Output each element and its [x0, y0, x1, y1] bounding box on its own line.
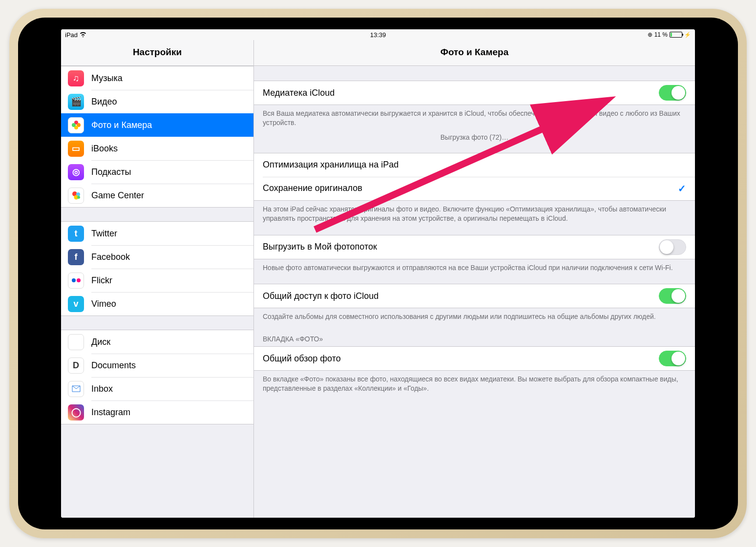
sidebar-item-label: Диск [91, 337, 110, 347]
sidebar-title: Настройки [61, 40, 253, 66]
sidebar-item-twitter[interactable]: t Twitter [61, 222, 253, 245]
charging-icon: ⚡ [684, 32, 691, 38]
sidebar-scroll[interactable]: ♫ Музыка 🎬 Видео Фото [61, 66, 253, 518]
summary-footer: Во вкладке «Фото» показаны все фото, нах… [254, 371, 695, 396]
sidebar-item-inbox[interactable]: Inbox [61, 377, 253, 400]
sidebar-group-social: t Twitter f Facebook Fl [61, 221, 253, 316]
detail-scroll[interactable]: Медиатека iCloud Вся Ваша медиатека авто… [254, 66, 695, 518]
sidebar-item-label: Inbox [91, 384, 113, 394]
sidebar-item-label: Flickr [91, 275, 112, 286]
sidebar-item-label: Documents [91, 360, 136, 371]
video-icon: 🎬 [68, 94, 84, 110]
sidebar-item-video[interactable]: 🎬 Видео [61, 90, 253, 113]
row-label: Общий обзор фото [263, 354, 659, 364]
vimeo-icon: v [68, 296, 84, 312]
photostream-row[interactable]: Выгрузить в Мой фотопоток [254, 235, 695, 259]
flickr-icon [68, 273, 84, 289]
sidebar-group-apps: ☁ Диск D Documents Inbo [61, 330, 253, 424]
photostream-group: Выгрузить в Мой фотопоток [254, 235, 695, 259]
sidebar-item-flickr[interactable]: Flickr [61, 269, 253, 292]
ipad-frame: iPad 13:39 ⊕ 11 % ⚡ Настройки [9, 9, 747, 538]
sidebar-item-gamecenter[interactable]: Game Center [61, 184, 253, 207]
instagram-icon: ◯ [68, 404, 84, 421]
sidebar-item-facebook[interactable]: f Facebook [61, 245, 253, 269]
sidebar-item-label: Instagram [91, 407, 130, 418]
sidebar-item-music[interactable]: ♫ Музыка [61, 66, 253, 90]
sidebar-item-label: Музыка [91, 73, 123, 84]
sharing-footer: Создайте альбомы для совместного использ… [254, 308, 695, 324]
svg-point-9 [77, 278, 81, 282]
svg-point-8 [72, 278, 76, 282]
summary-row[interactable]: Общий обзор фото [254, 347, 695, 370]
orientation-lock-icon: ⊕ [648, 31, 652, 38]
sidebar-item-documents[interactable]: D Documents [61, 354, 253, 377]
gamecenter-icon [68, 188, 84, 204]
sidebar-item-label: Подкасты [91, 167, 131, 177]
tab-header: ВКЛАДКА «ФОТО» [254, 324, 695, 346]
inbox-icon [68, 381, 84, 397]
icloud-library-row[interactable]: Медиатека iCloud [254, 81, 695, 105]
sidebar-item-label: Vimeo [91, 299, 116, 309]
row-label: Медиатека iCloud [263, 88, 659, 98]
sidebar-item-podcasts[interactable]: ◎ Подкасты [61, 160, 253, 184]
svg-point-7 [77, 196, 80, 199]
sidebar-item-photos[interactable]: Фото и Камера [61, 113, 253, 137]
music-icon: ♫ [68, 70, 84, 86]
row-label: Общий доступ к фото iCloud [263, 291, 659, 301]
icloud-library-footer: Вся Ваша медиатека автоматически выгружа… [254, 105, 695, 130]
detail-pane: Фото и Камера Медиатека iCloud Вся Ваша … [254, 40, 695, 518]
documents-icon: D [68, 358, 84, 374]
status-bar: iPad 13:39 ⊕ 11 % ⚡ [61, 29, 695, 40]
row-label: Сохранение оригиналов [263, 183, 678, 193]
sidebar-item-label: Game Center [91, 190, 144, 201]
photostream-footer: Новые фото автоматически выгружаются и о… [254, 259, 695, 275]
optimize-storage-row[interactable]: Оптимизация хранилища на iPad [254, 153, 695, 177]
device-label: iPad [65, 31, 78, 39]
icloud-library-toggle[interactable] [659, 85, 686, 101]
photostream-toggle[interactable] [659, 239, 686, 255]
icloud-library-group: Медиатека iCloud [254, 81, 695, 105]
row-label: Оптимизация хранилища на iPad [263, 160, 686, 170]
sidebar-item-instagram[interactable]: ◯ Instagram [61, 400, 253, 424]
facebook-icon: f [68, 249, 84, 265]
summary-toggle[interactable] [659, 351, 686, 366]
upload-status: Выгрузка фото (72)… [254, 130, 695, 153]
svg-point-3 [72, 123, 76, 127]
summary-group: Общий обзор фото [254, 346, 695, 371]
battery-icon [670, 32, 682, 38]
disk-icon: ☁ [68, 334, 84, 350]
storage-footer: На этом iPad сейчас хранятся оригиналы ф… [254, 201, 695, 226]
sharing-row[interactable]: Общий доступ к фото iCloud [254, 284, 695, 308]
detail-title: Фото и Камера [254, 40, 695, 66]
settings-sidebar: Настройки ♫ Музыка 🎬 Видео [61, 40, 254, 518]
sharing-group: Общий доступ к фото iCloud [254, 284, 695, 308]
ibooks-icon: ▭ [68, 141, 84, 157]
podcasts-icon: ◎ [68, 164, 84, 180]
screen: iPad 13:39 ⊕ 11 % ⚡ Настройки [61, 29, 695, 518]
sidebar-group-media: ♫ Музыка 🎬 Видео Фото [61, 66, 253, 208]
sidebar-item-disk[interactable]: ☁ Диск [61, 330, 253, 354]
storage-group: Оптимизация хранилища на iPad Сохранение… [254, 153, 695, 201]
ipad-bezel: iPad 13:39 ⊕ 11 % ⚡ Настройки [18, 18, 738, 529]
battery-percent: 11 % [654, 31, 668, 38]
photos-icon [68, 117, 84, 133]
twitter-icon: t [68, 226, 84, 242]
row-label: Выгрузить в Мой фотопоток [263, 242, 659, 252]
sharing-toggle[interactable] [659, 288, 686, 304]
keep-originals-row[interactable]: Сохранение оригиналов ✓ [254, 177, 695, 200]
clock: 13:39 [370, 31, 386, 39]
sidebar-item-label: Facebook [91, 252, 130, 262]
checkmark-icon: ✓ [678, 183, 686, 194]
sidebar-item-label: Видео [91, 97, 117, 107]
sidebar-item-ibooks[interactable]: ▭ iBooks [61, 137, 253, 160]
sidebar-item-label: Фото и Камера [91, 120, 152, 130]
sidebar-item-label: iBooks [91, 144, 118, 154]
sidebar-item-vimeo[interactable]: v Vimeo [61, 292, 253, 316]
sidebar-item-label: Twitter [91, 229, 117, 239]
wifi-icon [80, 31, 86, 39]
